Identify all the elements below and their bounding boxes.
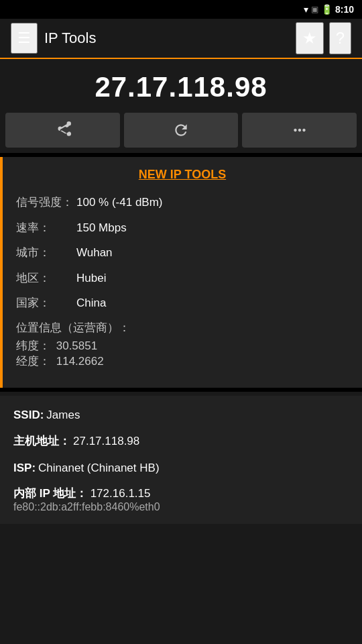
city-value: Wuhan <box>76 244 349 262</box>
isp-value: Chinanet (Chinanet HB) <box>38 460 349 477</box>
refresh-icon <box>172 121 190 139</box>
city-label: 城市： <box>16 244 76 262</box>
location-header: 位置信息（运营商）： <box>16 320 349 335</box>
location-block: 位置信息（运营商）： 纬度： 30.5851 经度： 114.2662 <box>16 320 349 369</box>
isp-row: ISP: Chinanet (Chinanet HB) <box>13 460 349 477</box>
internal-ip-block: 内部 IP 地址： 172.16.1.15 fe80::2db:a2ff:feb… <box>13 486 349 513</box>
country-row: 国家： China <box>16 294 349 312</box>
region-label: 地区： <box>16 270 76 287</box>
section-divider-2 <box>0 388 362 392</box>
country-label: 国家： <box>16 294 76 312</box>
status-time: 8:10 <box>335 4 354 15</box>
country-value: China <box>76 294 349 312</box>
top-bar: ☰ IP Tools ★ ? <box>0 19 362 59</box>
internal-ip-value: 172.16.1.15 <box>90 487 151 500</box>
host-label: 主机地址： <box>13 433 70 450</box>
star-icon: ★ <box>302 29 317 47</box>
region-row: 地区： Hubei <box>16 270 349 287</box>
top-actions: ★ ? <box>296 22 351 54</box>
host-value: 27.17.118.98 <box>73 433 349 450</box>
isp-label: ISP: <box>13 460 36 477</box>
share-icon <box>54 121 71 139</box>
network-card: SSID: James 主机地址： 27.17.118.98 ISP: Chin… <box>0 396 362 525</box>
signal-icon: ▣ <box>311 5 318 14</box>
menu-icon: ☰ <box>17 30 31 46</box>
speed-value: 150 Mbps <box>76 219 349 237</box>
wifi-icon: ▾ <box>304 4 308 15</box>
status-bar: ▾ ▣ 🔋 8:10 <box>0 0 362 19</box>
lat-label: 纬度： <box>16 339 50 352</box>
ip-address: 27.17.118.98 <box>95 71 267 103</box>
ssid-value: James <box>46 407 349 424</box>
ip-display: 27.17.118.98 <box>0 59 362 113</box>
internal-ip-label: 内部 IP 地址： <box>13 487 87 500</box>
help-icon: ? <box>336 29 345 47</box>
info-card: NEW IP TOOLS 信号强度： 100 % (-41 dBm) 速率： 1… <box>0 157 362 388</box>
ssid-row: SSID: James <box>13 407 349 424</box>
share-button[interactable] <box>5 113 120 148</box>
signal-value: 100 % (-41 dBm) <box>76 194 349 211</box>
city-row: 城市： Wuhan <box>16 244 349 262</box>
lng-label: 经度： <box>16 355 50 368</box>
host-row: 主机地址： 27.17.118.98 <box>13 433 349 450</box>
menu-button[interactable]: ☰ <box>11 23 38 54</box>
ssid-label: SSID: <box>13 407 44 424</box>
help-button[interactable]: ? <box>329 22 351 54</box>
more-button[interactable] <box>242 113 357 148</box>
app-title: IP Tools <box>44 30 296 47</box>
lng-value: 114.2662 <box>56 355 104 368</box>
new-ip-tools-link[interactable]: NEW IP TOOLS <box>16 168 349 182</box>
refresh-button[interactable] <box>124 113 239 148</box>
region-value: Hubei <box>76 270 349 287</box>
lat-value: 30.5851 <box>56 339 97 352</box>
signal-row: 信号强度： 100 % (-41 dBm) <box>16 194 349 211</box>
favorites-button[interactable]: ★ <box>296 22 324 54</box>
action-buttons <box>0 113 362 153</box>
status-icons: ▾ ▣ 🔋 8:10 <box>304 4 354 15</box>
latitude-row: 纬度： 30.5851 <box>16 338 349 354</box>
signal-label: 信号强度： <box>16 194 76 211</box>
more-icon <box>291 121 308 139</box>
battery-icon: 🔋 <box>321 4 333 15</box>
speed-label: 速率： <box>16 219 76 237</box>
speed-row: 速率： 150 Mbps <box>16 219 349 237</box>
longitude-row: 经度： 114.2662 <box>16 354 349 369</box>
internal-ip-sub: fe80::2db:a2ff:febb:8460%eth0 <box>13 501 349 513</box>
